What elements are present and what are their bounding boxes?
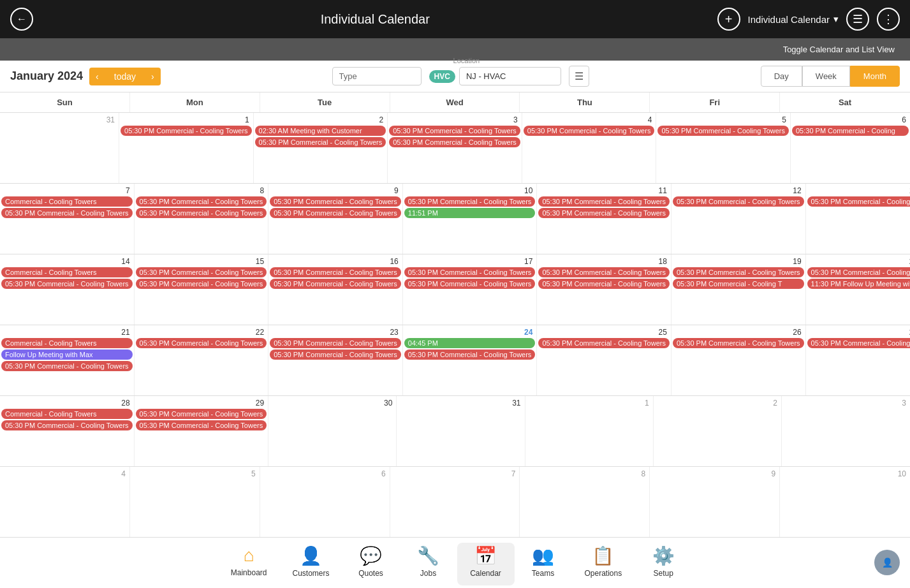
- calendar-event[interactable]: 05:30 PM Commercial - Cooling Towers: [538, 279, 670, 289]
- nav-item-mainboard[interactable]: ⌂ Mainboard: [218, 543, 280, 585]
- day-view-button[interactable]: Day: [761, 66, 802, 87]
- calendar-cell[interactable]: 1305:30 PM Commercial - Cooling T: [806, 184, 910, 254]
- calendar-event[interactable]: Follow Up Meeting with Max: [1, 349, 133, 360]
- user-avatar[interactable]: 👤: [874, 550, 900, 575]
- calendar-cell[interactable]: 2005:30 PM Commercial - Cooling T11:30 P…: [806, 254, 910, 325]
- calendar-cell[interactable]: 105:30 PM Commercial - Cooling Towers: [119, 113, 254, 183]
- calendar-event[interactable]: Commercial - Cooling Towers: [1, 267, 133, 277]
- nav-item-setup[interactable]: ⚙️ Setup: [635, 543, 692, 585]
- nav-item-jobs[interactable]: 🔧 Jobs: [400, 543, 457, 585]
- calendar-cell[interactable]: 1805:30 PM Commercial - Cooling Towers05…: [537, 254, 671, 325]
- calendar-event[interactable]: 05:30 PM Commercial - Cooling Towers: [136, 208, 267, 218]
- nav-item-teams[interactable]: 👥 Teams: [515, 543, 572, 585]
- calendar-cell[interactable]: 8: [520, 467, 650, 537]
- calendar-event[interactable]: 11:51 PM: [404, 208, 536, 218]
- calendar-event[interactable]: 11:30 PM Follow Up Meeting with: [807, 279, 910, 289]
- calendar-event[interactable]: 05:30 PM Commercial - Cooling: [792, 126, 909, 136]
- type-select[interactable]: Type: [332, 67, 422, 85]
- calendar-cell[interactable]: 2: [654, 396, 782, 466]
- calendar-cell[interactable]: 1005:30 PM Commercial - Cooling Towers11…: [403, 184, 538, 254]
- calendar-event[interactable]: 05:30 PM Commercial - Cooling T: [807, 338, 910, 348]
- calendar-event[interactable]: 05:30 PM Commercial - Cooling Towers: [673, 338, 804, 348]
- calendar-event[interactable]: 05:30 PM Commercial - Cooling Towers: [389, 137, 520, 147]
- calendar-cell[interactable]: 30: [268, 396, 397, 466]
- back-button[interactable]: ←: [10, 8, 33, 31]
- calendar-cell[interactable]: 1505:30 PM Commercial - Cooling Towers05…: [135, 254, 269, 325]
- calendar-cell[interactable]: 5: [130, 467, 260, 537]
- add-button[interactable]: +: [717, 8, 740, 31]
- calendar-cell[interactable]: 9: [650, 467, 780, 537]
- calendar-event[interactable]: Commercial - Cooling Towers: [1, 196, 133, 207]
- toggle-calendar-list-view-button[interactable]: Toggle Calendar and List View: [778, 42, 900, 57]
- nav-item-calendar[interactable]: 📅 Calendar: [457, 543, 515, 585]
- calendar-cell[interactable]: 14Commercial - Cooling Towers05:30 PM Co…: [0, 254, 135, 325]
- nav-item-quotes[interactable]: 💬 Quotes: [342, 543, 400, 585]
- calendar-name-dropdown[interactable]: Individual Calendar ▾: [748, 13, 839, 25]
- calendar-event[interactable]: 05:30 PM Commercial - Cooling T: [807, 196, 910, 207]
- calendar-cell[interactable]: 1105:30 PM Commercial - Cooling Towers05…: [537, 184, 671, 254]
- next-month-button[interactable]: ›: [145, 68, 161, 85]
- calendar-event[interactable]: 05:30 PM Commercial - Cooling Towers: [121, 126, 252, 136]
- calendar-cell[interactable]: 1: [525, 396, 654, 466]
- calendar-event[interactable]: 05:30 PM Commercial - Cooling Towers: [404, 196, 536, 207]
- calendar-event[interactable]: 05:30 PM Commercial - Cooling Towers: [136, 409, 267, 419]
- calendar-cell[interactable]: 7: [390, 467, 520, 537]
- location-select[interactable]: NJ - HVAC: [459, 67, 561, 85]
- calendar-cell[interactable]: 305:30 PM Commercial - Cooling Towers05:…: [388, 113, 522, 183]
- calendar-cell[interactable]: 3: [782, 396, 910, 466]
- calendar-event[interactable]: 05:30 PM Commercial - Cooling Towers: [270, 349, 401, 360]
- calendar-event[interactable]: 05:30 PM Commercial - Cooling Towers: [404, 279, 536, 289]
- calendar-cell[interactable]: 505:30 PM Commercial - Cooling Towers: [656, 113, 791, 183]
- calendar-event[interactable]: 05:30 PM Commercial - Cooling Towers: [1, 361, 133, 371]
- list-icon-button[interactable]: ☰: [846, 8, 869, 31]
- calendar-cell[interactable]: 1705:30 PM Commercial - Cooling Towers05…: [403, 254, 538, 325]
- calendar-cell[interactable]: 31: [397, 396, 525, 466]
- nav-item-customers[interactable]: 👤 Customers: [279, 543, 342, 585]
- calendar-cell[interactable]: 1205:30 PM Commercial - Cooling Towers: [671, 184, 806, 254]
- calendar-event[interactable]: 05:30 PM Commercial - Cooling Towers: [270, 196, 401, 207]
- calendar-event[interactable]: 05:30 PM Commercial - Cooling Towers: [136, 338, 267, 348]
- calendar-event[interactable]: 05:30 PM Commercial - Cooling Towers: [538, 196, 670, 207]
- calendar-event[interactable]: 05:30 PM Commercial - Cooling Towers: [270, 267, 401, 277]
- month-view-button[interactable]: Month: [850, 66, 900, 87]
- calendar-cell[interactable]: 2605:30 PM Commercial - Cooling Towers: [671, 325, 806, 395]
- calendar-event[interactable]: 05:30 PM Commercial - Cooling Towers: [255, 137, 386, 147]
- calendar-event[interactable]: 05:30 PM Commercial - Cooling Towers: [136, 279, 267, 289]
- calendar-cell[interactable]: 1605:30 PM Commercial - Cooling Towers05…: [268, 254, 403, 325]
- list-view-icon[interactable]: ☰: [569, 66, 589, 87]
- calendar-event[interactable]: 05:30 PM Commercial - Cooling Towers: [270, 208, 401, 218]
- calendar-event[interactable]: Commercial - Cooling Towers: [1, 409, 133, 419]
- calendar-event[interactable]: Commercial - Cooling Towers: [1, 338, 133, 348]
- calendar-event[interactable]: 05:30 PM Commercial - Cooling Towers: [270, 338, 401, 348]
- calendar-cell[interactable]: 605:30 PM Commercial - Cooling: [791, 113, 910, 183]
- week-view-button[interactable]: Week: [802, 66, 850, 87]
- calendar-cell[interactable]: 10: [780, 467, 910, 537]
- calendar-event[interactable]: 05:30 PM Commercial - Cooling Towers: [136, 420, 267, 430]
- calendar-cell[interactable]: 2705:30 PM Commercial - Cooling T: [806, 325, 910, 395]
- calendar-event[interactable]: 05:30 PM Commercial - Cooling Towers: [657, 126, 789, 136]
- calendar-cell[interactable]: 7Commercial - Cooling Towers05:30 PM Com…: [0, 184, 135, 254]
- calendar-cell[interactable]: 2205:30 PM Commercial - Cooling Towers: [135, 325, 269, 395]
- calendar-event[interactable]: 05:30 PM Commercial - Cooling Towers: [524, 126, 655, 136]
- calendar-event[interactable]: 05:30 PM Commercial - Cooling Towers: [673, 267, 804, 277]
- calendar-event[interactable]: 05:30 PM Commercial - Cooling Towers: [1, 208, 133, 218]
- calendar-event[interactable]: 04:45 PM: [404, 338, 536, 348]
- calendar-event[interactable]: 05:30 PM Commercial - Cooling Towers: [389, 126, 520, 136]
- calendar-event[interactable]: 05:30 PM Commercial - Cooling Towers: [538, 338, 670, 348]
- calendar-cell[interactable]: 21Commercial - Cooling TowersFollow Up M…: [0, 325, 135, 395]
- calendar-cell[interactable]: 905:30 PM Commercial - Cooling Towers05:…: [268, 184, 403, 254]
- calendar-cell[interactable]: 2305:30 PM Commercial - Cooling Towers05…: [268, 325, 403, 395]
- calendar-cell[interactable]: 805:30 PM Commercial - Cooling Towers05:…: [135, 184, 269, 254]
- calendar-event[interactable]: 05:30 PM Commercial - Cooling Towers: [136, 196, 267, 207]
- calendar-cell[interactable]: 2404:45 PM05:30 PM Commercial - Cooling …: [403, 325, 538, 395]
- calendar-cell[interactable]: 1905:30 PM Commercial - Cooling Towers05…: [671, 254, 806, 325]
- calendar-cell[interactable]: 4: [0, 467, 130, 537]
- calendar-event[interactable]: 05:30 PM Commercial - Cooling Towers: [404, 267, 536, 277]
- calendar-event[interactable]: 02:30 AM Meeting with Customer: [255, 126, 386, 136]
- nav-item-operations[interactable]: 📋 Operations: [572, 543, 635, 585]
- prev-month-button[interactable]: ‹: [89, 68, 105, 85]
- calendar-event[interactable]: 05:30 PM Commercial - Cooling Towers: [538, 208, 670, 218]
- calendar-cell[interactable]: 28Commercial - Cooling Towers05:30 PM Co…: [0, 396, 135, 466]
- more-button[interactable]: ⋮: [877, 8, 900, 31]
- calendar-event[interactable]: 05:30 PM Commercial - Cooling Towers: [1, 279, 133, 289]
